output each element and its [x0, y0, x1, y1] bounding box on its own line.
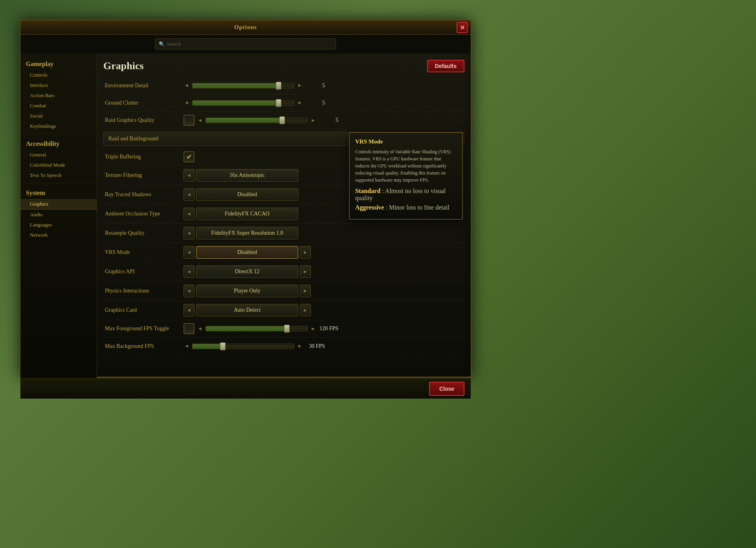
max-foreground-fps-right-arrow[interactable]: ►	[310, 326, 316, 332]
ambient-occlusion-value[interactable]: FidelityFX CACAO	[196, 208, 298, 220]
options-dialog: Options ✕ 🔍 Search Gameplay Controls Int…	[20, 20, 472, 377]
physics-interactions-label: Physics Interactions	[105, 288, 183, 294]
tooltip-standard-key: Standard	[355, 188, 380, 194]
max-foreground-fps-value: 120 FPS	[319, 325, 338, 332]
environment-detail-thumb[interactable]	[276, 82, 281, 90]
raid-gq-right-arrow[interactable]: ►	[310, 118, 316, 123]
max-foreground-fps-checkbox[interactable]	[183, 323, 195, 334]
ray-traced-shadows-value[interactable]: Disabled	[196, 188, 298, 201]
close-button[interactable]: Close	[429, 382, 464, 396]
graphics-card-right-arrow[interactable]: ►	[300, 304, 311, 316]
sidebar-item-colorblind-mode[interactable]: Colorblind Mode	[20, 160, 97, 170]
triple-buffering-checkbox[interactable]: ✔	[183, 151, 195, 162]
search-container: 🔍 Search	[20, 35, 471, 53]
resample-quality-label: Resample Quality	[105, 230, 183, 236]
max-background-fps-right-arrow[interactable]: ►	[297, 343, 303, 349]
raid-gq-track[interactable]	[206, 118, 308, 123]
setting-row-max-background-fps: Max Background FPS ◄ ► 30 FPS	[103, 338, 464, 355]
physics-interactions-value[interactable]: Player Only	[196, 285, 298, 297]
max-foreground-fps-thumb[interactable]	[284, 325, 290, 333]
environment-detail-right-arrow[interactable]: ►	[297, 83, 303, 88]
ground-clutter-value: 5	[305, 100, 325, 106]
graphics-api-right-arrow[interactable]: ►	[300, 265, 311, 278]
environment-detail-track[interactable]	[192, 83, 294, 88]
environment-detail-fill	[193, 83, 279, 88]
resample-quality-left-arrow[interactable]: ◄	[183, 227, 195, 239]
max-background-fps-track[interactable]	[192, 344, 294, 349]
max-background-fps-thumb[interactable]	[220, 342, 226, 350]
setting-row-environment-detail: Environment Detail ◄ ► 5	[103, 77, 464, 94]
ground-clutter-track[interactable]	[192, 100, 294, 106]
sidebar-item-keybindings[interactable]: Keybindings	[20, 121, 97, 131]
vrs-mode-control: ◄ Disabled ►	[183, 246, 463, 259]
setting-row-raid-graphics-quality: Raid Graphics Quality ◄ ► 5	[103, 112, 464, 129]
sidebar-item-action-bars[interactable]: Action Bars	[20, 90, 97, 101]
ground-clutter-right-arrow[interactable]: ►	[297, 100, 303, 106]
tooltip-item-aggressive: Aggressive : Minor loss to fine detail	[355, 204, 457, 211]
vrs-mode-left-arrow[interactable]: ◄	[183, 246, 195, 259]
environment-detail-left-arrow[interactable]: ◄	[183, 83, 190, 88]
environment-detail-control: ◄ ► 5	[183, 83, 463, 89]
settings-scroll[interactable]: Environment Detail ◄ ► 5 Ground Clutter	[103, 77, 464, 372]
max-foreground-fps-track[interactable]	[206, 326, 308, 331]
physics-interactions-left-arrow[interactable]: ◄	[183, 285, 195, 297]
sidebar-item-interface[interactable]: Interface	[20, 80, 97, 90]
graphics-api-left-arrow[interactable]: ◄	[183, 265, 195, 278]
raid-gq-value: 5	[319, 117, 338, 123]
search-box[interactable]: 🔍 Search	[155, 39, 336, 50]
graphics-card-control: ◄ Auto Detect ►	[183, 304, 463, 316]
graphics-card-value[interactable]: Auto Detect	[196, 304, 298, 316]
sidebar-item-controls[interactable]: Controls	[20, 70, 97, 80]
ground-clutter-left-arrow[interactable]: ◄	[183, 100, 190, 106]
resample-quality-control: ◄ FidelityFX Super Resolution 1.0	[183, 227, 463, 239]
setting-row-graphics-card: Graphics Card ◄ Auto Detect ►	[103, 301, 464, 320]
sidebar-item-text-to-speech[interactable]: Text To Speech	[20, 170, 97, 180]
sidebar-category-accessibility: Accessibility	[20, 136, 97, 150]
ground-clutter-thumb[interactable]	[276, 99, 281, 107]
sidebar-item-graphics[interactable]: Graphics	[20, 199, 97, 210]
sidebar-category-system: System	[20, 186, 97, 199]
raid-graphics-quality-label: Raid Graphics Quality	[105, 117, 183, 123]
sidebar-divider-1	[20, 134, 97, 134]
vrs-mode-value[interactable]: Disabled	[196, 246, 298, 259]
setting-row-max-foreground-fps: Max Foreground FPS Toggle ◄ ► 120 FPS	[103, 320, 464, 338]
window-close-button[interactable]: ✕	[457, 22, 468, 33]
panel-title: Graphics	[103, 60, 144, 72]
ray-traced-shadows-left-arrow[interactable]: ◄	[183, 188, 195, 201]
tooltip-aggressive-val: : Minor loss to fine detail	[385, 204, 449, 211]
max-foreground-fps-left-arrow[interactable]: ◄	[197, 326, 203, 332]
defaults-button[interactable]: Defaults	[427, 60, 464, 72]
raid-gq-fill	[206, 118, 282, 123]
title-bar: Options ✕	[20, 20, 471, 35]
sidebar-item-social[interactable]: Social	[20, 111, 97, 121]
raid-graphics-quality-control: ◄ ► 5	[183, 115, 463, 126]
sidebar-item-general[interactable]: General	[20, 150, 97, 160]
ambient-occlusion-left-arrow[interactable]: ◄	[183, 208, 195, 220]
sidebar-item-languages[interactable]: Languages	[20, 220, 97, 230]
graphics-api-control: ◄ DirectX 12 ►	[183, 265, 463, 278]
ground-clutter-fill	[193, 101, 279, 105]
texture-filtering-value[interactable]: 16x Anisotropic	[196, 169, 298, 182]
sidebar-item-network[interactable]: Network	[20, 230, 97, 240]
texture-filtering-left-arrow[interactable]: ◄	[183, 169, 195, 182]
environment-detail-label: Environment Detail	[105, 83, 183, 89]
sidebar-item-combat[interactable]: Combat	[20, 101, 97, 111]
vrs-mode-right-arrow[interactable]: ►	[300, 246, 311, 259]
vrs-mode-label: VRS Mode	[105, 249, 183, 256]
max-background-fps-left-arrow[interactable]: ◄	[183, 343, 190, 349]
main-panel: Graphics Defaults Environment Detail ◄ ►	[97, 53, 471, 378]
graphics-api-value[interactable]: DirectX 12	[196, 265, 298, 278]
vrs-tooltip: VRS Mode Controls intensity of Variable …	[349, 132, 463, 220]
raid-graphics-quality-checkbox[interactable]	[183, 115, 195, 126]
raid-gq-thumb[interactable]	[279, 116, 285, 124]
setting-row-vrs-mode: VRS Mode ◄ Disabled ►	[103, 243, 464, 262]
graphics-card-left-arrow[interactable]: ◄	[183, 304, 195, 316]
ambient-occlusion-label: Ambient Occlusion Type	[105, 211, 183, 217]
triple-buffering-label: Triple Buffering	[105, 154, 183, 160]
sidebar-category-gameplay: Gameplay	[20, 57, 97, 70]
resample-quality-value[interactable]: FidelityFX Super Resolution 1.0	[196, 227, 298, 239]
section-header-label: Raid and Battleground	[108, 136, 158, 142]
raid-gq-left-arrow[interactable]: ◄	[197, 118, 203, 123]
sidebar-item-audio[interactable]: Audio	[20, 210, 97, 220]
physics-interactions-right-arrow[interactable]: ►	[300, 285, 311, 297]
